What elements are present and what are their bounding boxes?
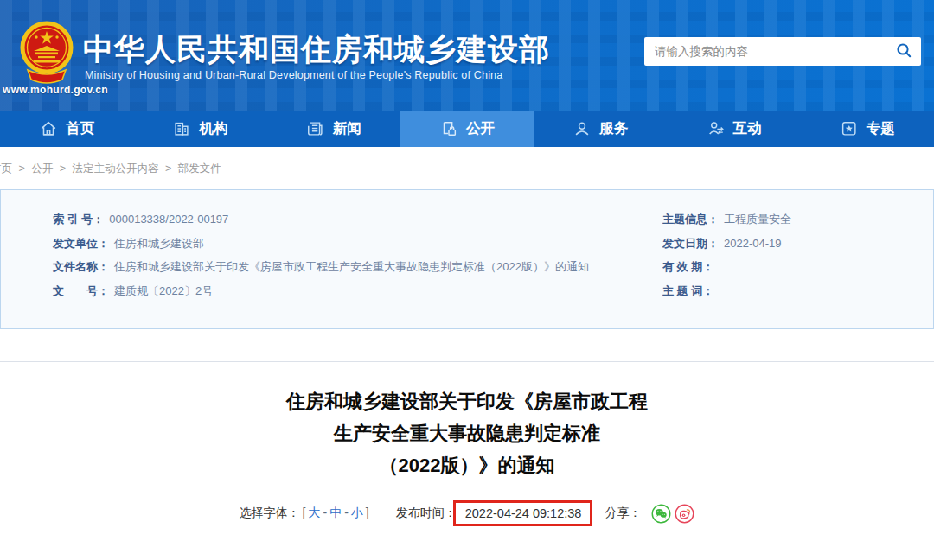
info-value: 住房和城乡建设部 [114,237,204,250]
news-icon [306,119,325,138]
font-selector-label: 选择字体： [240,506,300,519]
info-value: 住房和城乡建设部关于印发《房屋市政工程生产安全重大事故隐患判定标准（2022版）… [114,260,589,273]
breadcrumb-separator: > [60,162,66,175]
breadcrumb-home[interactable]: 首页 [0,162,12,175]
info-row-document-title: 文件名称：住房和城乡建设部关于印发《房屋市政工程生产安全重大事故隐患判定标准（2… [53,255,662,279]
document-info-left-column: 索 引 号：000013338/2022-00197 发文单位：住房和城乡建设部… [53,207,662,328]
bracket: [ [303,506,306,519]
info-row-subject-terms: 主 题 词： [662,279,933,303]
site-title: 中华人民共和国住房和城乡建设部 [83,29,550,70]
search-button[interactable] [886,37,921,66]
share-label: 分享： [605,506,641,521]
nav-item-home[interactable]: 首页 [0,111,133,147]
nav-item-topics[interactable]: 专题 [801,111,934,147]
article-title-line: 生产安全重大事故隐患判定标准 [334,423,600,444]
font-size-selector: 选择字体：[大-中-小] [240,506,372,521]
publish-time-label: 发布时间： [396,506,457,521]
article-title-line: 住房和城乡建设部关于印发《房屋市政工程 [286,391,648,412]
info-row-document-number: 文 号：建质规〔2022〕2号 [53,279,662,303]
info-label: 主题信息： [662,213,719,226]
search-icon [895,41,912,61]
bracket: ] [366,506,369,519]
info-label: 主 题 词： [662,284,713,297]
font-size-large-button[interactable]: 大 [309,506,321,519]
breadcrumb: 首页 > 公开 > 法定主动公开内容 > 部发文件 [0,147,934,189]
info-value: 2022-04-19 [724,237,782,250]
nav-label: 专题 [867,119,895,138]
nav-label: 互动 [733,119,762,138]
nav-label: 服务 [599,119,628,138]
page: www.mohurd.gov.cn 中华人民共和国住房和城乡建设部 Minist… [0,0,934,560]
interaction-icon [707,119,726,138]
dash: - [344,506,349,519]
wechat-share-button[interactable] [651,504,671,524]
spacer [0,329,934,361]
nav-item-news[interactable]: 新闻 [267,111,400,147]
search-box [644,37,921,66]
info-label: 发文单位： [53,237,109,250]
info-row-validity-period: 有 效 期： [662,255,933,279]
info-label: 发文日期： [662,237,719,250]
info-row-issuing-unit: 发文单位：住房和城乡建设部 [53,232,662,256]
article-title: 住房和城乡建设部关于印发《房屋市政工程 生产安全重大事故隐患判定标准 （2022… [0,385,934,481]
nav-label: 公开 [466,119,495,138]
national-emblem-icon [19,19,74,88]
organization-icon [172,119,191,138]
main-nav: 首页 机构 新闻 [0,111,934,147]
home-icon [39,119,58,138]
document-info-right-column: 主题信息：工程质量安全 发文日期：2022-04-19 有 效 期： 主 题 词… [662,207,933,328]
nav-label: 首页 [66,119,94,138]
document-info-panel: 索 引 号：000013338/2022-00197 发文单位：住房和城乡建设部… [0,189,934,329]
site-title-english: Ministry of Housing and Urban-Rural Deve… [85,69,502,81]
info-row-index-number: 索 引 号：000013338/2022-00197 [53,207,662,232]
disclosure-icon [439,119,458,138]
dash: - [323,506,328,519]
site-url: www.mohurd.gov.cn [3,84,108,96]
nav-item-disclosure[interactable]: 公开 [400,111,534,147]
nav-item-services[interactable]: 服务 [534,111,667,147]
nav-item-organization[interactable]: 机构 [133,111,266,147]
breadcrumb-separator: > [18,162,24,175]
breadcrumb-statutory-content[interactable]: 法定主动公开内容 [73,162,159,175]
info-row-issue-date: 发文日期：2022-04-19 [662,232,933,256]
info-value: 建质规〔2022〕2号 [114,284,213,297]
nav-item-interaction[interactable]: 互动 [667,111,800,147]
article-meta-row: 选择字体：[大-中-小] 发布时间： 2022-04-24 09:12:38 分… [0,500,934,526]
breadcrumb-disclosure[interactable]: 公开 [31,162,53,175]
nav-label: 新闻 [333,119,361,138]
weibo-share-button[interactable] [675,504,694,524]
nav-label: 机构 [199,119,227,138]
info-value: 工程质量安全 [724,213,791,226]
info-label: 文件名称： [53,260,109,273]
site-header: www.mohurd.gov.cn 中华人民共和国住房和城乡建设部 Minist… [0,0,934,111]
info-label: 索 引 号： [53,213,104,226]
font-size-small-button[interactable]: 小 [351,506,363,519]
breadcrumb-separator: > [165,162,171,175]
info-row-topic-info: 主题信息：工程质量安全 [662,207,933,232]
publish-time-highlighted: 2022-04-24 09:12:38 [453,500,593,526]
article-content: 住房和城乡建设部关于印发《房屋市政工程 生产安全重大事故隐患判定标准 （2022… [0,362,934,526]
breadcrumb-ministry-documents[interactable]: 部发文件 [178,162,221,175]
info-label: 有 效 期： [662,260,713,273]
article-title-line: （2022版）》的通知 [380,455,555,476]
topics-icon [840,119,859,138]
info-label: 文 号： [53,284,109,297]
font-size-medium-button[interactable]: 中 [329,506,342,519]
search-input[interactable] [644,37,886,66]
info-value: 000013338/2022-00197 [109,213,228,226]
service-icon [573,119,592,138]
